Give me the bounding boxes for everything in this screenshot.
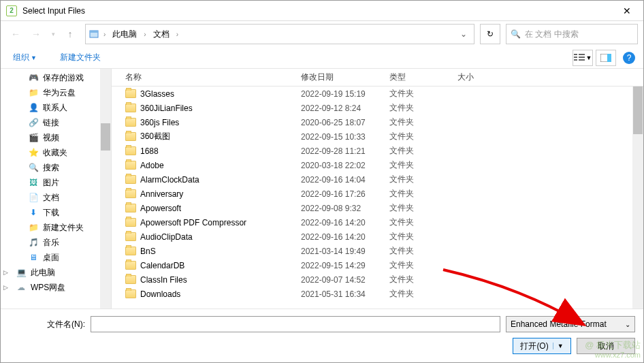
sidebar-scrollbar[interactable] [100, 69, 111, 309]
file-date: 2022-09-16 14:04 [295, 175, 384, 185]
up-arrow-icon: ↑ [68, 29, 73, 40]
filelist-scrollbar[interactable] [632, 86, 643, 309]
sidebar-item[interactable]: 🔗链接 [1, 115, 111, 130]
folder-icon [125, 118, 136, 127]
file-date: 2020-06-25 18:07 [295, 118, 384, 127]
organize-label: 组织 [13, 52, 29, 63]
forward-arrow-icon: → [31, 29, 41, 40]
sidebar-item[interactable]: 🖥桌面 [1, 250, 111, 265]
folder-icon [125, 89, 136, 98]
sidebar-item[interactable]: 📁新建文件夹 [1, 220, 111, 235]
scrollbar-thumb[interactable] [633, 86, 643, 134]
sidebar-item[interactable]: 🔍搜索 [1, 160, 111, 175]
file-date: 2022-09-16 14:20 [295, 232, 384, 242]
filetype-label: Enhanced Metafile Format [511, 319, 607, 329]
svg-rect-2 [574, 54, 577, 55]
file-row[interactable]: Adobe2020-03-18 22:02文件夹 [112, 158, 643, 172]
file-row[interactable]: ClassIn Files2022-09-07 14:52文件夹 [112, 272, 643, 287]
sidebar-item[interactable]: 📁华为云盘 [1, 85, 111, 100]
tree-toggle-icon[interactable]: ▷ [3, 284, 12, 291]
sidebar-item-icon: 🎮 [28, 72, 39, 83]
folder-icon [125, 232, 136, 241]
help-button[interactable]: ? [623, 52, 635, 64]
sidebar-item[interactable]: 🎮保存的游戏 [1, 70, 111, 85]
back-button[interactable]: ← [6, 25, 25, 44]
open-button[interactable]: 打开(O) ▼ [513, 338, 571, 354]
sidebar-item-label: 图片 [43, 177, 59, 189]
breadcrumb-dropdown[interactable]: ⌄ [456, 29, 471, 39]
forward-button[interactable]: → [27, 25, 46, 44]
file-name: 360js Files [140, 118, 179, 127]
col-header-name[interactable]: 名称 [112, 72, 295, 83]
folder-icon [125, 161, 136, 170]
file-row[interactable]: 360截图2022-09-15 10:33文件夹 [112, 129, 643, 144]
sidebar-item[interactable]: 👤联系人 [1, 100, 111, 115]
sidebar-item-icon: 📁 [28, 222, 39, 233]
main-area: 🎮保存的游戏📁华为云盘👤联系人🔗链接🎬视频⭐收藏夹🔍搜索🖼图片📄文档⬇下载📁新建… [1, 69, 643, 309]
file-row[interactable]: 360JiLianFiles2022-09-12 8:24文件夹 [112, 101, 643, 115]
file-row[interactable]: Apowersoft PDF Compressor2022-09-16 14:2… [112, 215, 643, 230]
folder-icon [125, 289, 136, 298]
refresh-button[interactable]: ↻ [480, 24, 500, 44]
file-row[interactable]: 360js Files2020-06-25 18:07文件夹 [112, 115, 643, 129]
sidebar-item[interactable]: 🖼图片 [1, 175, 111, 190]
col-header-type[interactable]: 类型 [384, 72, 452, 83]
preview-pane-button[interactable] [596, 50, 616, 66]
sidebar-item[interactable]: 🎵音乐 [1, 235, 111, 250]
sidebar-item[interactable]: ⭐收藏夹 [1, 145, 111, 160]
sidebar-item[interactable]: ⬇下载 [1, 205, 111, 220]
sidebar-item-label: 音乐 [43, 237, 59, 249]
file-date: 2022-09-15 14:29 [295, 261, 384, 270]
split-chevron-icon: ▼ [553, 343, 564, 349]
file-name: Apowersoft PDF Compressor [140, 218, 246, 227]
new-folder-button[interactable]: 新建文件夹 [56, 49, 105, 66]
svg-rect-4 [574, 59, 577, 61]
folder-icon [125, 204, 136, 212]
sidebar-item-icon: 🖼 [28, 177, 39, 188]
filetype-select[interactable]: Enhanced Metafile Format ⌄ [506, 316, 635, 332]
file-row[interactable]: Apowersoft2022-09-08 9:32文件夹 [112, 201, 643, 215]
filename-input[interactable] [91, 316, 500, 332]
file-date: 2021-03-14 19:49 [295, 247, 384, 256]
file-row[interactable]: BnS2021-03-14 19:49文件夹 [112, 244, 643, 258]
breadcrumb-sep-icon: › [142, 31, 147, 38]
sidebar-item[interactable]: ▷☁WPS网盘 [1, 280, 111, 295]
file-date: 2022-09-08 9:32 [295, 204, 384, 213]
search-input[interactable]: 🔍 在 文档 中搜索 [506, 24, 638, 44]
col-header-date[interactable]: 修改日期 [295, 72, 384, 83]
file-name: BnS [140, 247, 156, 256]
scrollbar-thumb[interactable] [101, 123, 110, 151]
file-row[interactable]: Downloads2021-05-31 16:34文件夹 [112, 287, 643, 301]
view-options-button[interactable]: ▼ [573, 50, 593, 66]
sidebar-item[interactable]: 📄文档 [1, 190, 111, 205]
cancel-button[interactable]: 取消 [577, 338, 635, 354]
window-title: Select Input Files [22, 6, 612, 16]
file-name: ClassIn Files [140, 275, 187, 285]
up-button[interactable]: ↑ [61, 25, 80, 44]
recent-dropdown[interactable]: ▾ [47, 25, 59, 44]
sidebar-item-icon: 🔗 [28, 117, 39, 128]
file-name: AlarmClockData [140, 175, 199, 185]
breadcrumb-folder[interactable]: 文档 [150, 27, 172, 42]
sidebar-item-icon: 🔍 [28, 162, 39, 173]
breadcrumb-root[interactable]: 此电脑 [110, 27, 140, 42]
tree-toggle-icon[interactable]: ▷ [3, 269, 12, 276]
file-row[interactable]: AlarmClockData2022-09-16 14:04文件夹 [112, 172, 643, 187]
file-row[interactable]: AudioClipData2022-09-16 14:20文件夹 [112, 230, 643, 244]
breadcrumb-sep-icon: › [175, 31, 180, 38]
file-row[interactable]: Anniversary2022-09-16 17:26文件夹 [112, 187, 643, 201]
file-type: 文件夹 [384, 145, 452, 157]
search-placeholder: 在 文档 中搜索 [525, 29, 579, 40]
sidebar-item[interactable]: ▷💻此电脑 [1, 265, 111, 280]
close-button[interactable]: ✕ [612, 1, 642, 20]
organize-menu[interactable]: 组织 ▼ [9, 49, 41, 66]
folder-icon [125, 218, 136, 227]
file-row[interactable]: CalendarDB2022-09-15 14:29文件夹 [112, 258, 643, 272]
sidebar-item[interactable]: 🎬视频 [1, 130, 111, 145]
file-name: CalendarDB [140, 261, 184, 270]
file-type: 文件夹 [384, 217, 452, 228]
breadcrumb[interactable]: › 此电脑 › 文档 › ⌄ [85, 24, 474, 44]
file-row[interactable]: 16882022-09-28 11:21文件夹 [112, 144, 643, 158]
file-row[interactable]: 3Glasses2022-09-19 15:19文件夹 [112, 86, 643, 101]
col-header-size[interactable]: 大小 [452, 72, 506, 83]
